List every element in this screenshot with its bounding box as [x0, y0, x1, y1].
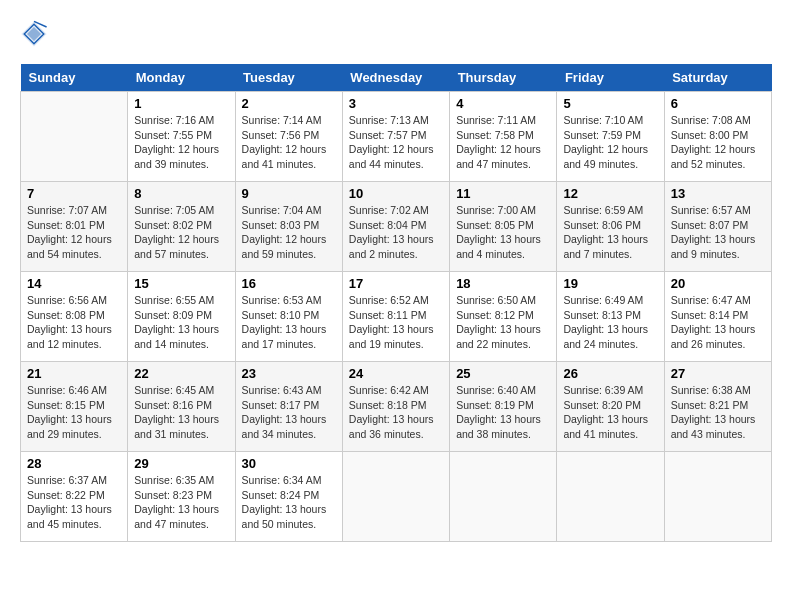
day-number: 22 — [134, 366, 228, 381]
calendar-cell: 23Sunrise: 6:43 AM Sunset: 8:17 PM Dayli… — [235, 362, 342, 452]
day-info: Sunrise: 6:34 AM Sunset: 8:24 PM Dayligh… — [242, 473, 336, 532]
calendar-cell: 22Sunrise: 6:45 AM Sunset: 8:16 PM Dayli… — [128, 362, 235, 452]
day-number: 23 — [242, 366, 336, 381]
weekday-sunday: Sunday — [21, 64, 128, 92]
calendar-cell: 4Sunrise: 7:11 AM Sunset: 7:58 PM Daylig… — [450, 92, 557, 182]
day-info: Sunrise: 7:10 AM Sunset: 7:59 PM Dayligh… — [563, 113, 657, 172]
day-info: Sunrise: 6:59 AM Sunset: 8:06 PM Dayligh… — [563, 203, 657, 262]
day-number: 19 — [563, 276, 657, 291]
calendar-week-row: 14Sunrise: 6:56 AM Sunset: 8:08 PM Dayli… — [21, 272, 772, 362]
calendar-cell: 11Sunrise: 7:00 AM Sunset: 8:05 PM Dayli… — [450, 182, 557, 272]
calendar-cell: 1Sunrise: 7:16 AM Sunset: 7:55 PM Daylig… — [128, 92, 235, 182]
day-info: Sunrise: 6:37 AM Sunset: 8:22 PM Dayligh… — [27, 473, 121, 532]
calendar-cell — [21, 92, 128, 182]
calendar-cell: 24Sunrise: 6:42 AM Sunset: 8:18 PM Dayli… — [342, 362, 449, 452]
day-number: 6 — [671, 96, 765, 111]
day-info: Sunrise: 6:43 AM Sunset: 8:17 PM Dayligh… — [242, 383, 336, 442]
calendar-cell: 20Sunrise: 6:47 AM Sunset: 8:14 PM Dayli… — [664, 272, 771, 362]
day-number: 28 — [27, 456, 121, 471]
day-number: 4 — [456, 96, 550, 111]
day-number: 13 — [671, 186, 765, 201]
day-number: 15 — [134, 276, 228, 291]
day-info: Sunrise: 6:39 AM Sunset: 8:20 PM Dayligh… — [563, 383, 657, 442]
calendar-cell: 18Sunrise: 6:50 AM Sunset: 8:12 PM Dayli… — [450, 272, 557, 362]
day-info: Sunrise: 7:05 AM Sunset: 8:02 PM Dayligh… — [134, 203, 228, 262]
day-info: Sunrise: 6:50 AM Sunset: 8:12 PM Dayligh… — [456, 293, 550, 352]
weekday-saturday: Saturday — [664, 64, 771, 92]
day-info: Sunrise: 7:13 AM Sunset: 7:57 PM Dayligh… — [349, 113, 443, 172]
day-number: 9 — [242, 186, 336, 201]
day-number: 25 — [456, 366, 550, 381]
calendar-cell: 8Sunrise: 7:05 AM Sunset: 8:02 PM Daylig… — [128, 182, 235, 272]
day-number: 29 — [134, 456, 228, 471]
weekday-monday: Monday — [128, 64, 235, 92]
weekday-wednesday: Wednesday — [342, 64, 449, 92]
day-number: 10 — [349, 186, 443, 201]
day-info: Sunrise: 7:14 AM Sunset: 7:56 PM Dayligh… — [242, 113, 336, 172]
day-info: Sunrise: 6:57 AM Sunset: 8:07 PM Dayligh… — [671, 203, 765, 262]
day-info: Sunrise: 6:53 AM Sunset: 8:10 PM Dayligh… — [242, 293, 336, 352]
calendar-cell: 15Sunrise: 6:55 AM Sunset: 8:09 PM Dayli… — [128, 272, 235, 362]
calendar-week-row: 7Sunrise: 7:07 AM Sunset: 8:01 PM Daylig… — [21, 182, 772, 272]
day-number: 16 — [242, 276, 336, 291]
day-info: Sunrise: 6:42 AM Sunset: 8:18 PM Dayligh… — [349, 383, 443, 442]
day-info: Sunrise: 6:38 AM Sunset: 8:21 PM Dayligh… — [671, 383, 765, 442]
day-info: Sunrise: 7:00 AM Sunset: 8:05 PM Dayligh… — [456, 203, 550, 262]
calendar-cell: 6Sunrise: 7:08 AM Sunset: 8:00 PM Daylig… — [664, 92, 771, 182]
day-info: Sunrise: 7:16 AM Sunset: 7:55 PM Dayligh… — [134, 113, 228, 172]
calendar-cell: 5Sunrise: 7:10 AM Sunset: 7:59 PM Daylig… — [557, 92, 664, 182]
calendar-cell — [342, 452, 449, 542]
day-info: Sunrise: 6:56 AM Sunset: 8:08 PM Dayligh… — [27, 293, 121, 352]
day-number: 20 — [671, 276, 765, 291]
calendar-cell — [557, 452, 664, 542]
day-number: 21 — [27, 366, 121, 381]
calendar-cell: 2Sunrise: 7:14 AM Sunset: 7:56 PM Daylig… — [235, 92, 342, 182]
calendar-week-row: 28Sunrise: 6:37 AM Sunset: 8:22 PM Dayli… — [21, 452, 772, 542]
day-number: 14 — [27, 276, 121, 291]
day-info: Sunrise: 7:11 AM Sunset: 7:58 PM Dayligh… — [456, 113, 550, 172]
day-number: 1 — [134, 96, 228, 111]
weekday-friday: Friday — [557, 64, 664, 92]
day-number: 2 — [242, 96, 336, 111]
calendar-week-row: 1Sunrise: 7:16 AM Sunset: 7:55 PM Daylig… — [21, 92, 772, 182]
calendar-cell: 19Sunrise: 6:49 AM Sunset: 8:13 PM Dayli… — [557, 272, 664, 362]
day-info: Sunrise: 7:08 AM Sunset: 8:00 PM Dayligh… — [671, 113, 765, 172]
day-number: 24 — [349, 366, 443, 381]
logo-icon — [20, 20, 48, 48]
calendar-header: SundayMondayTuesdayWednesdayThursdayFrid… — [21, 64, 772, 92]
day-info: Sunrise: 6:55 AM Sunset: 8:09 PM Dayligh… — [134, 293, 228, 352]
weekday-row: SundayMondayTuesdayWednesdayThursdayFrid… — [21, 64, 772, 92]
day-number: 12 — [563, 186, 657, 201]
weekday-thursday: Thursday — [450, 64, 557, 92]
calendar-table: SundayMondayTuesdayWednesdayThursdayFrid… — [20, 64, 772, 542]
day-number: 7 — [27, 186, 121, 201]
calendar-cell: 10Sunrise: 7:02 AM Sunset: 8:04 PM Dayli… — [342, 182, 449, 272]
calendar-cell: 29Sunrise: 6:35 AM Sunset: 8:23 PM Dayli… — [128, 452, 235, 542]
day-number: 17 — [349, 276, 443, 291]
day-info: Sunrise: 7:02 AM Sunset: 8:04 PM Dayligh… — [349, 203, 443, 262]
calendar-cell: 12Sunrise: 6:59 AM Sunset: 8:06 PM Dayli… — [557, 182, 664, 272]
day-info: Sunrise: 6:40 AM Sunset: 8:19 PM Dayligh… — [456, 383, 550, 442]
day-info: Sunrise: 6:47 AM Sunset: 8:14 PM Dayligh… — [671, 293, 765, 352]
day-number: 26 — [563, 366, 657, 381]
day-info: Sunrise: 7:07 AM Sunset: 8:01 PM Dayligh… — [27, 203, 121, 262]
calendar-cell: 16Sunrise: 6:53 AM Sunset: 8:10 PM Dayli… — [235, 272, 342, 362]
day-number: 18 — [456, 276, 550, 291]
calendar-cell: 25Sunrise: 6:40 AM Sunset: 8:19 PM Dayli… — [450, 362, 557, 452]
calendar-cell: 21Sunrise: 6:46 AM Sunset: 8:15 PM Dayli… — [21, 362, 128, 452]
logo — [20, 20, 52, 48]
page-header — [20, 20, 772, 48]
calendar-body: 1Sunrise: 7:16 AM Sunset: 7:55 PM Daylig… — [21, 92, 772, 542]
weekday-tuesday: Tuesday — [235, 64, 342, 92]
day-info: Sunrise: 6:49 AM Sunset: 8:13 PM Dayligh… — [563, 293, 657, 352]
calendar-cell — [664, 452, 771, 542]
day-number: 11 — [456, 186, 550, 201]
calendar-cell: 30Sunrise: 6:34 AM Sunset: 8:24 PM Dayli… — [235, 452, 342, 542]
day-info: Sunrise: 6:45 AM Sunset: 8:16 PM Dayligh… — [134, 383, 228, 442]
day-number: 3 — [349, 96, 443, 111]
calendar-cell: 27Sunrise: 6:38 AM Sunset: 8:21 PM Dayli… — [664, 362, 771, 452]
calendar-cell: 9Sunrise: 7:04 AM Sunset: 8:03 PM Daylig… — [235, 182, 342, 272]
day-number: 5 — [563, 96, 657, 111]
day-number: 8 — [134, 186, 228, 201]
calendar-cell: 3Sunrise: 7:13 AM Sunset: 7:57 PM Daylig… — [342, 92, 449, 182]
